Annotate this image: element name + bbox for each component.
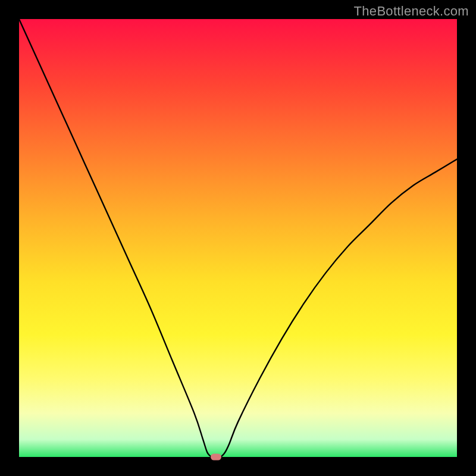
minimum-marker [211,454,221,461]
chart-frame: TheBottleneck.com [0,0,476,476]
watermark-text: TheBottleneck.com [354,4,469,19]
plot-area [19,19,457,457]
bottleneck-curve [19,19,457,457]
